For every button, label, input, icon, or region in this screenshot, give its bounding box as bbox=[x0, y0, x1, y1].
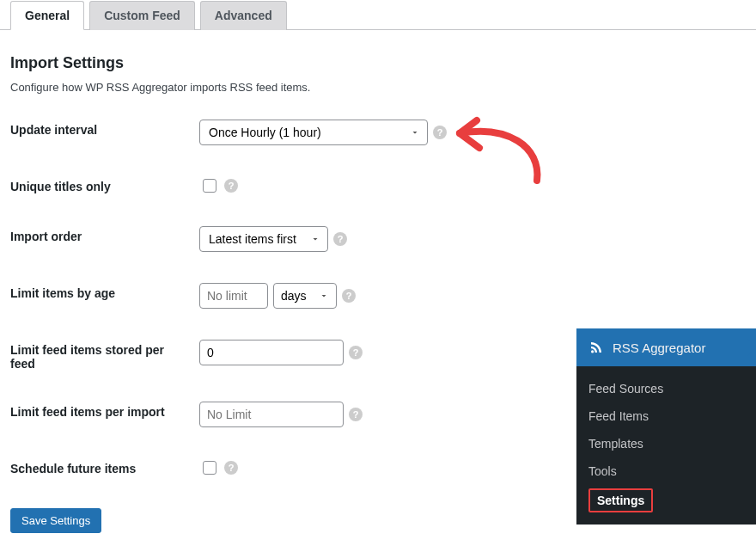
sidebar-item-templates[interactable]: Templates bbox=[576, 430, 756, 457]
select-limit-age-unit[interactable]: days bbox=[273, 283, 337, 309]
help-icon[interactable]: ? bbox=[349, 346, 363, 359]
label-limit-age: Limit items by age bbox=[10, 283, 199, 300]
help-icon[interactable]: ? bbox=[333, 232, 347, 246]
section-title: Import Settings bbox=[10, 54, 746, 72]
checkbox-unique-titles[interactable] bbox=[203, 179, 216, 193]
input-limit-stored[interactable] bbox=[199, 340, 344, 365]
help-icon[interactable]: ? bbox=[349, 408, 363, 421]
label-update-interval: Update interval bbox=[10, 120, 199, 137]
help-icon[interactable]: ? bbox=[224, 179, 238, 193]
wp-admin-sidebar: RSS Aggregator Feed Sources Feed Items T… bbox=[576, 328, 756, 525]
tab-advanced[interactable]: Advanced bbox=[200, 1, 287, 30]
sidebar-item-settings[interactable]: Settings bbox=[576, 485, 756, 516]
sidebar-item-feed-items[interactable]: Feed Items bbox=[576, 402, 756, 430]
sidebar-item-tools[interactable]: Tools bbox=[576, 457, 756, 485]
save-button[interactable]: Save Settings bbox=[10, 508, 101, 533]
help-icon[interactable]: ? bbox=[224, 461, 238, 475]
label-unique-titles: Unique titles only bbox=[10, 176, 199, 193]
input-limit-age-value[interactable] bbox=[199, 283, 268, 309]
tab-general[interactable]: General bbox=[10, 1, 84, 30]
label-schedule-future: Schedule future items bbox=[10, 458, 199, 475]
sidebar-title: RSS Aggregator bbox=[613, 340, 705, 355]
section-description: Configure how WP RSS Aggregator imports … bbox=[10, 81, 746, 94]
select-update-interval[interactable]: Once Hourly (1 hour) bbox=[199, 120, 428, 145]
input-limit-per-import[interactable] bbox=[199, 402, 344, 427]
checkbox-schedule-future[interactable] bbox=[203, 461, 216, 475]
tab-custom-feed[interactable]: Custom Feed bbox=[89, 1, 195, 30]
settings-tabs: General Custom Feed Advanced bbox=[0, 0, 756, 30]
label-limit-per-import: Limit feed items per import bbox=[10, 402, 199, 419]
sidebar-item-feed-sources[interactable]: Feed Sources bbox=[576, 375, 756, 402]
rss-icon bbox=[588, 340, 604, 355]
help-icon[interactable]: ? bbox=[433, 126, 447, 139]
help-icon[interactable]: ? bbox=[342, 289, 356, 303]
label-limit-stored: Limit feed items stored per feed bbox=[10, 340, 199, 371]
sidebar-header-rss-aggregator[interactable]: RSS Aggregator bbox=[576, 328, 756, 366]
label-import-order: Import order bbox=[10, 226, 199, 243]
select-import-order[interactable]: Latest items first bbox=[199, 226, 328, 252]
